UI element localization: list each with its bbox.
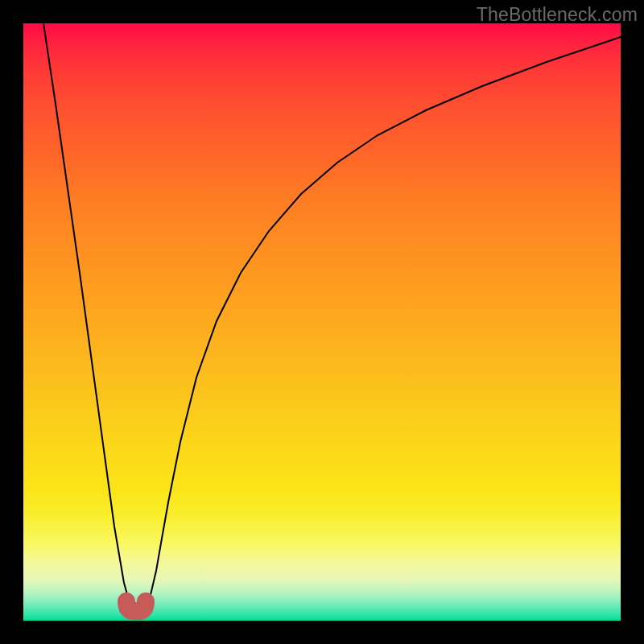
plot-background <box>23 23 621 621</box>
watermark-text: TheBottleneck.com <box>477 4 638 26</box>
chart-container: TheBottleneck.com <box>0 0 644 644</box>
